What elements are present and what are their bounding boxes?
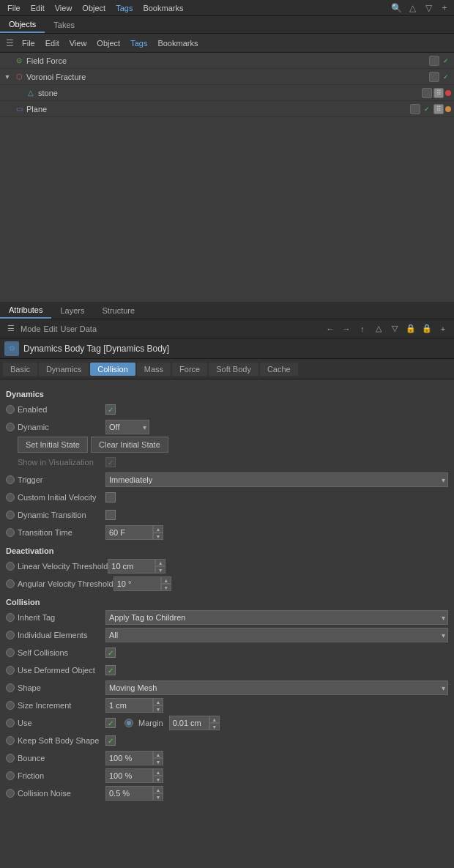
menu-object[interactable]: Object	[78, 2, 110, 14]
attrs-menu-icon[interactable]: ☰	[4, 322, 18, 335]
tree-row[interactable]: △ stone ⠿	[0, 85, 454, 101]
ang-vel-spin-down[interactable]: ▼	[161, 584, 171, 591]
toolbar-view[interactable]: View	[65, 37, 92, 49]
tab-takes[interactable]: Takes	[45, 18, 83, 32]
prop-dot-custom-vel[interactable]	[6, 493, 15, 502]
expand-icon[interactable]	[3, 56, 12, 65]
add2-icon[interactable]: +	[436, 322, 450, 335]
prop-dot-inherit[interactable]	[6, 613, 15, 622]
margin-spin-down[interactable]: ▼	[209, 723, 220, 730]
lin-vel-spin-up[interactable]: ▲	[155, 559, 165, 566]
attrs-userdata[interactable]: User Data	[61, 324, 97, 333]
clear-initial-state-button[interactable]: Clear Initial State	[91, 437, 168, 453]
menu-edit[interactable]: Edit	[26, 2, 49, 14]
use-deformed-checkbox[interactable]	[105, 665, 116, 675]
individual-elements-dropdown[interactable]: All None First	[105, 628, 448, 642]
prop-dot-shape[interactable]	[6, 683, 15, 692]
trans-time-spin-down[interactable]: ▼	[153, 533, 163, 540]
size-increment-spin-up[interactable]: ▲	[153, 698, 163, 705]
prop-dot-dyn-trans[interactable]	[6, 511, 15, 519]
add-icon[interactable]: +	[438, 1, 451, 15]
size-increment-spin-down[interactable]: ▼	[153, 705, 163, 713]
attrs-edit[interactable]: Edit	[44, 324, 58, 333]
friction-input[interactable]	[105, 768, 153, 783]
dyn-trans-checkbox[interactable]	[105, 510, 116, 520]
subtab-collision[interactable]: Collision	[90, 363, 135, 376]
collision-noise-spin-down[interactable]: ▼	[153, 793, 163, 801]
filter4-icon[interactable]: ▽	[388, 322, 401, 335]
subtab-cache[interactable]: Cache	[260, 363, 298, 376]
tab-objects[interactable]: Objects	[0, 17, 45, 33]
up-icon[interactable]: ↑	[356, 322, 369, 335]
dynamic-dropdown[interactable]: Off On Until Collision	[105, 420, 149, 434]
toolbar-object[interactable]: Object	[92, 37, 124, 49]
bounce-input[interactable]	[105, 751, 153, 765]
keep-soft-checkbox[interactable]	[105, 735, 116, 746]
menu-icon[interactable]: ☰	[3, 37, 16, 50]
subtab-dynamics[interactable]: Dynamics	[39, 363, 89, 376]
friction-spin-down[interactable]: ▼	[153, 776, 163, 783]
tree-row[interactable]: ▭ Plane ✓ ⠿	[0, 101, 454, 117]
tree-row[interactable]: ▼ ⬡ Voronoi Fracture ✓	[0, 69, 454, 85]
toolbar-bookmarks[interactable]: Bookmarks	[153, 37, 202, 49]
filter2-icon[interactable]: ▽	[422, 1, 435, 15]
expand-icon[interactable]	[15, 89, 23, 97]
attrs-mode[interactable]: Mode	[21, 324, 41, 333]
collision-noise-spin-up[interactable]: ▲	[153, 786, 163, 793]
prop-dot-size-inc[interactable]	[6, 701, 15, 710]
filter3-icon[interactable]: △	[372, 322, 385, 335]
toolbar-edit[interactable]: Edit	[41, 37, 64, 49]
set-initial-state-button[interactable]: Set Initial State	[18, 437, 88, 453]
prop-dot-col-noise[interactable]	[6, 789, 15, 798]
bounce-spin-up[interactable]: ▲	[153, 751, 163, 758]
menu-tags[interactable]: Tags	[111, 2, 137, 14]
ang-vel-spin-up[interactable]: ▲	[161, 576, 171, 584]
prop-dot-use-deformed[interactable]	[6, 666, 15, 675]
prop-dot-friction[interactable]	[6, 771, 15, 780]
margin-input[interactable]	[169, 716, 209, 730]
tab-structure[interactable]: Structure	[94, 303, 144, 318]
filter-icon[interactable]: △	[406, 1, 419, 15]
back-icon[interactable]: ←	[324, 322, 337, 335]
enabled-checkbox[interactable]	[105, 404, 116, 415]
shape-dropdown[interactable]: Moving Mesh Static Mesh Box Sphere	[105, 680, 448, 695]
self-collisions-checkbox[interactable]	[105, 648, 116, 658]
menu-view[interactable]: View	[51, 2, 77, 14]
tab-layers[interactable]: Layers	[51, 303, 93, 318]
custom-vel-checkbox[interactable]	[105, 492, 116, 502]
prop-dot-ang-vel[interactable]	[6, 579, 15, 588]
prop-dot-lin-vel[interactable]	[6, 562, 15, 571]
prop-dot-dynamic[interactable]	[6, 423, 15, 431]
subtab-basic[interactable]: Basic	[3, 363, 37, 376]
size-increment-input[interactable]	[105, 698, 153, 713]
menu-file[interactable]: File	[3, 2, 25, 14]
menu-bookmarks[interactable]: Bookmarks	[138, 2, 187, 14]
prop-dot-trans-time[interactable]	[6, 528, 15, 537]
toolbar-file[interactable]: File	[18, 37, 40, 49]
forward-icon[interactable]: →	[340, 322, 353, 335]
search-icon[interactable]: 🔍	[390, 1, 403, 15]
expand-icon[interactable]: ▼	[3, 73, 12, 81]
expand-icon[interactable]	[3, 105, 12, 114]
prop-dot-enabled[interactable]	[6, 405, 15, 414]
show-vis-checkbox[interactable]	[105, 457, 116, 467]
subtab-mass[interactable]: Mass	[137, 363, 171, 376]
use-checkbox[interactable]	[105, 718, 116, 728]
lin-vel-input[interactable]	[108, 559, 155, 574]
subtab-force[interactable]: Force	[172, 363, 207, 376]
prop-dot-individual[interactable]	[6, 631, 15, 639]
toolbar-tags[interactable]: Tags	[126, 37, 152, 49]
trans-time-input[interactable]	[105, 525, 153, 540]
ang-vel-input[interactable]	[114, 576, 161, 591]
collision-noise-input[interactable]	[105, 786, 153, 801]
trans-time-spin-up[interactable]: ▲	[153, 525, 163, 533]
lock2-icon[interactable]: 🔒	[420, 322, 433, 335]
bounce-spin-down[interactable]: ▼	[153, 758, 163, 765]
prop-dot-bounce[interactable]	[6, 754, 15, 763]
lock-icon[interactable]: 🔒	[404, 322, 417, 335]
lin-vel-spin-down[interactable]: ▼	[155, 566, 165, 574]
prop-dot-self-col[interactable]	[6, 648, 15, 657]
tree-row[interactable]: ⊙ Field Force ✓	[0, 53, 454, 69]
inherit-tag-dropdown[interactable]: Apply Tag to Children None Compound Coll…	[105, 610, 448, 625]
prop-dot-trigger[interactable]	[6, 475, 15, 484]
